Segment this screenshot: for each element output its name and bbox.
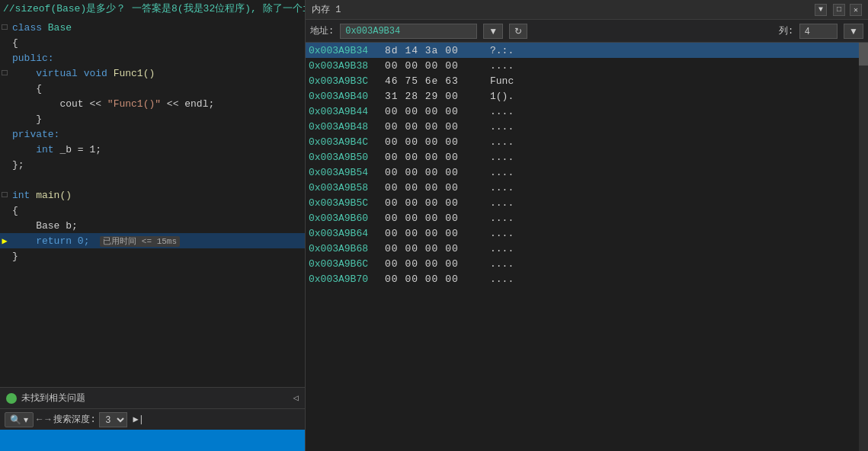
mem-bytes-4: 00 00 00 00 (385, 106, 484, 117)
mem-bytes-3: 31 28 29 00 (385, 91, 484, 102)
mem-bytes-2: 46 75 6e 63 (385, 75, 484, 87)
back-button[interactable]: ← (37, 414, 42, 425)
scroll-right-indicator: ◁ (293, 392, 299, 404)
forward-button[interactable]: → (45, 414, 50, 425)
mem-restore-btn[interactable]: □ (833, 4, 845, 16)
mem-chars-7: .... (490, 152, 514, 163)
mem-bytes-0: 8d 14 3a 00 (385, 45, 484, 56)
line-content-10: }; (9, 159, 305, 171)
code-line-14: Base b; (0, 218, 305, 233)
mem-bytes-14: 00 00 00 00 (385, 258, 484, 270)
mem-row-11: 0x003A9B6000 00 00 00.... (306, 210, 868, 226)
line-content-3: public: (9, 53, 305, 64)
line-content-15: return 0; 已用时间 <= 15ms (9, 235, 305, 247)
line-content-14: Base b; (9, 220, 305, 232)
mem-bytes-11: 00 00 00 00 (385, 213, 484, 224)
memory-title: 内存 1 (312, 3, 560, 16)
mem-chars-0: ?.:. (490, 45, 514, 56)
line-content-6: cout << "Func1()" << endl; (9, 98, 305, 110)
mem-row-12: 0x003A9B6400 00 00 00.... (306, 226, 868, 241)
timing-badge: 已用时间 <= 15ms (100, 236, 180, 247)
memory-content: 0x003A9B348d 14 3a 00?.:.0x003A9B3800 00… (306, 43, 868, 451)
mem-chars-1: .... (490, 60, 514, 72)
col-label: 列: (779, 24, 793, 37)
mem-chars-2: Func (490, 75, 514, 87)
mem-row-9: 0x003A9B5800 00 00 00.... (306, 180, 868, 195)
mem-addr-1: 0x003A9B38 (309, 60, 385, 72)
mem-bytes-7: 00 00 00 00 (385, 152, 484, 163)
mem-bytes-1: 00 00 00 00 (385, 60, 484, 72)
address-dropdown[interactable]: ▼ (483, 24, 503, 39)
mem-chars-15: .... (490, 273, 514, 285)
depth-label: 搜索深度: (53, 413, 95, 426)
mem-bytes-15: 00 00 00 00 (385, 273, 484, 285)
gutter-15: ▶ (0, 235, 9, 247)
mem-rows-container: 0x003A9B348d 14 3a 00?.:.0x003A9B3800 00… (306, 43, 868, 286)
code-line-13: { (0, 203, 305, 218)
col-dropdown[interactable]: ▼ (844, 24, 863, 39)
mem-refresh-btn[interactable]: ▼ (815, 4, 827, 16)
mem-bytes-12: 00 00 00 00 (385, 228, 484, 239)
address-refresh[interactable]: ↻ (509, 24, 527, 39)
mem-addr-15: 0x003A9B70 (309, 273, 385, 285)
search-btn-label: ▾ (24, 414, 28, 425)
line-content-7: } (9, 114, 305, 125)
mem-addr-10: 0x003A9B5C (309, 197, 385, 209)
address-input[interactable] (340, 24, 477, 39)
mem-addr-13: 0x003A9B68 (309, 243, 385, 254)
mem-chars-12: .... (490, 228, 514, 239)
error-bar: 未找到相关问题 ◁ (0, 387, 305, 408)
mem-bytes-6: 00 00 00 00 (385, 136, 484, 148)
mem-addr-0: 0x003A9B34 (309, 45, 385, 56)
line-content-5: { (9, 83, 305, 94)
mem-addr-7: 0x003A9B50 (309, 152, 385, 163)
mem-row-1: 0x003A9B3800 00 00 00.... (306, 58, 868, 73)
mem-chars-11: .... (490, 213, 514, 224)
line-content-1: class Base (9, 22, 305, 34)
address-label: 地址: (310, 24, 334, 37)
mem-chars-6: .... (490, 136, 514, 148)
mem-bytes-9: 00 00 00 00 (385, 182, 484, 194)
code-line-12: □ int main() (0, 187, 305, 203)
mem-addr-9: 0x003A9B58 (309, 182, 385, 194)
mem-bytes-5: 00 00 00 00 (385, 121, 484, 133)
mem-addr-5: 0x003A9B48 (309, 121, 385, 133)
line-content-9: int _b = 1; (9, 144, 305, 155)
code-line-16: } (0, 248, 305, 264)
mem-chars-3: 1(). (490, 91, 514, 102)
code-line-2: { (0, 35, 305, 50)
right-memory-panel: 内存 1 ▼ □ ✕ 地址: ▼ ↻ 列: ▼ 0x003A9B348d 14 … (305, 0, 868, 451)
mem-scrollbar[interactable] (859, 43, 868, 451)
line-content-13: { (9, 205, 305, 216)
search-button[interactable]: 🔍 ▾ (5, 412, 34, 427)
mem-row-0: 0x003A9B348d 14 3a 00?.:. (306, 43, 868, 58)
mem-addr-11: 0x003A9B60 (309, 213, 385, 224)
mem-chars-4: .... (490, 106, 514, 117)
col-input[interactable] (799, 24, 838, 39)
mem-bytes-10: 00 00 00 00 (385, 197, 484, 209)
mem-addr-8: 0x003A9B54 (309, 167, 385, 178)
mem-chars-9: .... (490, 182, 514, 194)
mem-addr-6: 0x003A9B4C (309, 136, 385, 148)
comment-line: //sizeof(Base)是多少？ 一答案是8(我是32位程序), 除了一个i… (0, 0, 305, 17)
mem-row-14: 0x003A9B6C00 00 00 00.... (306, 256, 868, 271)
line-content-16: } (9, 251, 305, 262)
status-bar (0, 430, 305, 451)
memory-address-bar: 地址: ▼ ↻ 列: ▼ (306, 20, 868, 43)
mem-close-btn[interactable]: ✕ (850, 4, 862, 16)
mem-row-13: 0x003A9B6800 00 00 00.... (306, 241, 868, 256)
mem-addr-12: 0x003A9B64 (309, 228, 385, 239)
mem-row-3: 0x003A9B4031 28 29 001(). (306, 88, 868, 104)
depth-select[interactable]: 1 2 3 4 5 (99, 412, 127, 427)
code-line-4: □ virtual void Func1() (0, 66, 305, 81)
code-line-10: }; (0, 157, 305, 172)
mem-scrollbar-thumb[interactable] (859, 43, 868, 66)
search-icon: 🔍 (10, 414, 21, 425)
mem-bytes-13: 00 00 00 00 (385, 243, 484, 254)
gutter-12: □ (0, 190, 9, 200)
memory-title-bar: 内存 1 ▼ □ ✕ (306, 0, 868, 20)
mem-chars-14: .... (490, 258, 514, 270)
mem-row-7: 0x003A9B5000 00 00 00.... (306, 149, 868, 165)
line-content-8: private: (9, 129, 305, 140)
mem-row-10: 0x003A9B5C00 00 00 00.... (306, 195, 868, 210)
